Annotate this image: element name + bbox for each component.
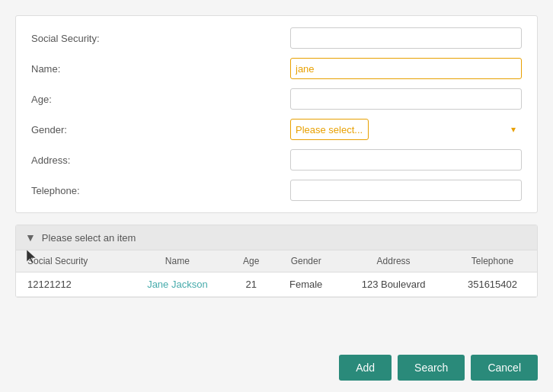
col-header-address: Address xyxy=(339,250,448,272)
bottom-bar: Add Search Cancel xyxy=(339,355,538,381)
cell-telephone: 351615402 xyxy=(448,272,537,297)
age-input[interactable] xyxy=(290,88,522,110)
address-label: Address: xyxy=(31,155,290,166)
address-input[interactable] xyxy=(290,149,522,171)
gender-select-wrapper: Please select... Male Female Other xyxy=(290,119,522,140)
cell-address: 123 Boulevard xyxy=(339,272,448,297)
social-security-input[interactable] xyxy=(290,27,522,49)
results-header: ▼ Please select an item xyxy=(16,225,537,250)
gender-row: Gender: Please select... Male Female Oth… xyxy=(31,119,522,140)
collapse-icon[interactable]: ▼ xyxy=(25,231,36,244)
form-section: Social Security: Name: Age: Gender: Plea… xyxy=(15,15,538,213)
col-header-ss: Social Security xyxy=(16,250,125,272)
name-label: Name: xyxy=(31,63,290,75)
results-table-body: 12121212 Jane Jackson 21 Female 123 Boul… xyxy=(16,272,537,297)
cancel-button[interactable]: Cancel xyxy=(471,355,538,381)
telephone-input[interactable] xyxy=(290,180,522,201)
results-header-text: Please select an item xyxy=(42,232,136,244)
cell-age: 21 xyxy=(229,272,273,297)
cell-ss: 12121212 xyxy=(16,272,125,297)
telephone-label: Telephone: xyxy=(31,185,290,196)
social-security-row: Social Security: xyxy=(31,27,522,49)
name-input[interactable] xyxy=(290,58,522,79)
social-security-label: Social Security: xyxy=(31,33,290,44)
cell-name: Jane Jackson xyxy=(125,272,229,297)
col-header-age: Age xyxy=(229,250,273,272)
results-table: Social Security Name Age Gender Address … xyxy=(16,250,537,297)
results-table-head: Social Security Name Age Gender Address … xyxy=(16,250,537,272)
main-container: Social Security: Name: Age: Gender: Plea… xyxy=(0,0,553,392)
name-row: Name: xyxy=(31,58,522,79)
age-label: Age: xyxy=(31,94,290,105)
table-row[interactable]: 12121212 Jane Jackson 21 Female 123 Boul… xyxy=(16,272,537,297)
gender-label: Gender: xyxy=(31,124,290,135)
search-button[interactable]: Search xyxy=(398,355,465,381)
results-panel: ▼ Please select an item Social Security … xyxy=(15,225,538,298)
col-header-telephone: Telephone xyxy=(448,250,537,272)
age-row: Age: xyxy=(31,88,522,110)
telephone-row: Telephone: xyxy=(31,180,522,201)
gender-select[interactable]: Please select... Male Female Other xyxy=(290,119,369,140)
add-button[interactable]: Add xyxy=(339,355,392,381)
address-row: Address: xyxy=(31,149,522,171)
results-header-row: Social Security Name Age Gender Address … xyxy=(16,250,537,272)
col-header-gender: Gender xyxy=(273,250,339,272)
col-header-name: Name xyxy=(125,250,229,272)
cell-gender: Female xyxy=(273,272,339,297)
